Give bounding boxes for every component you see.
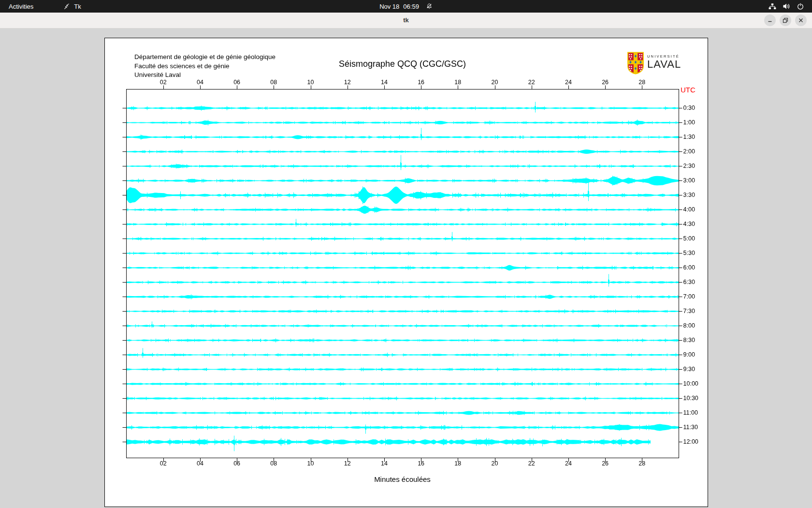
x-tick-label-top: 04 (193, 79, 207, 86)
time-label: 12:00 (683, 438, 698, 445)
minimize-icon (767, 17, 773, 23)
time-label: 10:00 (683, 380, 698, 387)
time-label: 2:30 (683, 163, 695, 169)
x-tick-label-bottom: 02 (157, 460, 170, 467)
minimize-button[interactable] (764, 15, 776, 26)
universite-laval-logo: UNIVERSITÉ LAVAL (627, 52, 681, 75)
tk-app-icon (63, 3, 71, 10)
x-tick-label-bottom: 10 (304, 460, 318, 467)
time-label: 10:30 (683, 395, 698, 402)
x-tick-label-bottom: 22 (525, 460, 538, 467)
x-tick-label-top: 10 (304, 79, 318, 86)
x-tick-label-bottom: 28 (635, 460, 649, 467)
clock-time: 06:59 (403, 3, 419, 10)
plot-title: Séismographe QCQ (CGC/GSC) (126, 59, 679, 69)
top-bar: Activities Tk Nov 18 06:59 (0, 0, 812, 13)
institution-line: Université Laval (134, 71, 276, 80)
x-tick-label-top: 14 (377, 79, 391, 86)
time-label: 5:30 (683, 250, 695, 256)
time-label: 4:00 (683, 206, 695, 213)
restore-icon (783, 17, 788, 23)
close-icon (798, 17, 804, 23)
x-tick-label-bottom: 14 (377, 460, 391, 467)
x-tick-label-top: 16 (414, 79, 428, 86)
x-tick-label-bottom: 12 (341, 460, 354, 467)
seismograph-card: Département de géologie et de génie géol… (104, 38, 708, 507)
x-tick-label-top: 22 (525, 79, 538, 86)
desktop: Activities Tk Nov 18 06:59 (0, 0, 812, 508)
x-tick-label-bottom: 26 (598, 460, 612, 467)
window-title: tk (0, 13, 812, 28)
window-content: Département de géologie et de génie géol… (0, 29, 812, 508)
x-tick-label-top: 26 (598, 79, 612, 86)
x-tick-label-bottom: 20 (488, 460, 502, 467)
x-tick-label-top: 02 (157, 79, 170, 86)
clock-label: Nov 18 06:59 (379, 3, 419, 10)
x-tick-label-bottom: 24 (562, 460, 575, 467)
window-titlebar[interactable]: tk (0, 13, 812, 29)
app-menu-button[interactable]: Tk (63, 3, 81, 10)
app-menu-label: Tk (74, 3, 81, 10)
laval-shield-icon (627, 52, 644, 75)
time-label: 7:30 (683, 308, 695, 314)
x-tick-label-top: 24 (562, 79, 575, 86)
time-label: 3:30 (683, 192, 695, 198)
time-label: 8:00 (683, 322, 695, 329)
time-label: 3:00 (683, 177, 695, 184)
seismogram-plot (105, 38, 708, 507)
time-label: 0:30 (683, 105, 695, 111)
x-tick-label-top: 12 (341, 79, 354, 86)
x-tick-label-bottom: 04 (193, 460, 207, 467)
x-tick-label-bottom: 06 (230, 460, 244, 467)
time-label: 7:00 (683, 293, 695, 300)
x-tick-label-top: 06 (230, 79, 244, 86)
time-label: 6:00 (683, 264, 695, 271)
activities-button[interactable]: Activities (9, 3, 33, 10)
clock-menu-button[interactable]: Nov 18 06:59 (379, 0, 433, 13)
logo-laval-text: LAVAL (647, 59, 681, 70)
x-tick-label-bottom: 18 (451, 460, 464, 467)
x-axis-title: Minutes écoulées (126, 475, 679, 483)
time-label: 1:00 (683, 119, 695, 126)
time-label: 5:00 (683, 235, 695, 242)
power-icon (797, 2, 804, 10)
network-icon (768, 3, 776, 10)
x-tick-label-top: 18 (451, 79, 464, 86)
time-label: 6:30 (683, 279, 695, 285)
time-label: 8:30 (683, 337, 695, 344)
time-label: 11:00 (683, 409, 698, 416)
maximize-button[interactable] (780, 15, 791, 26)
utc-label: UTC (681, 86, 696, 94)
volume-icon (783, 2, 790, 10)
time-label: 9:30 (683, 366, 695, 373)
x-tick-label-top: 08 (267, 79, 280, 86)
time-label: 4:30 (683, 221, 695, 227)
x-tick-label-bottom: 16 (414, 460, 428, 467)
system-status-area[interactable] (768, 0, 804, 13)
time-label: 1:30 (683, 134, 695, 140)
time-label: 2:00 (683, 148, 695, 155)
time-label: 11:30 (683, 424, 698, 431)
time-label: 9:00 (683, 351, 695, 358)
x-tick-label-top: 20 (488, 79, 502, 86)
notifications-disabled-icon (426, 3, 433, 10)
close-button[interactable] (795, 15, 807, 26)
clock-date: Nov 18 (379, 3, 399, 10)
x-tick-label-bottom: 08 (267, 460, 280, 467)
x-tick-label-top: 28 (635, 79, 649, 86)
